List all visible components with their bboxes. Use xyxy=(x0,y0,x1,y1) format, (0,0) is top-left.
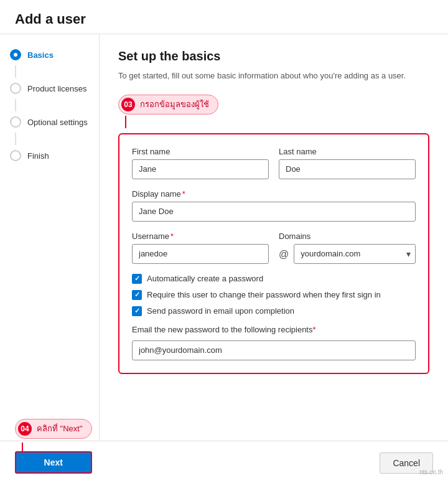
step-circle-optional-settings xyxy=(10,116,21,128)
name-row: First name Last name xyxy=(132,147,416,179)
at-symbol: @ xyxy=(279,249,289,264)
email-recipients-group: Email the new password to the following … xyxy=(132,325,416,360)
sidebar-label-basics: Basics xyxy=(27,50,54,60)
sidebar-item-finish[interactable]: Finish xyxy=(10,150,89,161)
sidebar-label-product-licenses: Product licenses xyxy=(27,84,86,93)
checkbox-change-password-label: Require this user to change their passwo… xyxy=(147,290,381,299)
annotation-03-wrapper: 03 กรอกข้อมูลของผู้ใช้ xyxy=(118,95,429,128)
display-name-label: Display name* xyxy=(132,189,416,199)
step-circle-product-licenses xyxy=(10,83,21,94)
next-button[interactable]: Next xyxy=(15,451,92,474)
annotation-04-number: 04 xyxy=(18,422,32,436)
page-title: Add a user xyxy=(15,11,433,27)
first-name-group: First name xyxy=(132,147,269,179)
step-circle-basics xyxy=(10,49,21,60)
last-name-input[interactable] xyxy=(279,159,416,179)
domain-row: @ yourdomain.com ▾ xyxy=(279,244,416,264)
annotation-04-arrow xyxy=(22,443,23,451)
email-recipients-input[interactable] xyxy=(132,340,416,360)
domains-label: Domains xyxy=(279,232,416,241)
email-recipients-label: Email the new password to the following … xyxy=(132,325,416,334)
username-group: Username* xyxy=(132,232,269,264)
annotation-03-number: 03 xyxy=(121,98,135,111)
annotation-03-bubble: 03 กรอกข้อมูลของผู้ใช้ xyxy=(118,95,218,115)
display-name-input[interactable] xyxy=(132,202,416,222)
annotation-04-text: คลิกที่ "Next" xyxy=(37,422,83,435)
step-connector-2 xyxy=(15,99,16,111)
page-footer: 04 คลิกที่ "Next" Next Cancel xyxy=(0,441,448,478)
display-name-required: * xyxy=(182,189,185,199)
last-name-group: Last name xyxy=(279,147,416,179)
username-label: Username* xyxy=(132,232,269,241)
annotation-03-line xyxy=(125,116,126,128)
display-name-row: Display name* xyxy=(132,189,416,222)
checkbox-change-password-box[interactable] xyxy=(132,290,142,300)
annotation-04-bubble: 04 คลิกที่ "Next" xyxy=(15,419,92,439)
content-area: Set up the basics To get started, fill o… xyxy=(100,34,448,475)
annotation-03-text: กรอกข้อมูลของผู้ใช้ xyxy=(140,98,209,111)
checkbox-send-password-box[interactable] xyxy=(132,306,142,316)
username-required: * xyxy=(170,232,174,241)
step-connector-3 xyxy=(15,133,16,145)
checkbox-change-password[interactable]: Require this user to change their passwo… xyxy=(132,290,416,300)
sidebar-item-product-licenses[interactable]: Product licenses xyxy=(10,83,89,94)
domains-group: Domains @ yourdomain.com ▾ xyxy=(279,232,416,264)
page-header: Add a user xyxy=(0,0,448,34)
step-connector-1 xyxy=(15,65,16,78)
form-card: First name Last name Display name* xyxy=(118,133,429,374)
first-name-label: First name xyxy=(132,147,269,156)
display-name-group: Display name* xyxy=(132,189,416,222)
checkbox-auto-password-label: Automatically create a password xyxy=(147,274,263,283)
checkbox-auto-password[interactable]: Automatically create a password xyxy=(132,274,416,284)
sidebar-item-basics[interactable]: Basics xyxy=(10,49,89,60)
domain-select[interactable]: yourdomain.com xyxy=(294,244,416,264)
section-heading: Set up the basics xyxy=(118,49,429,63)
last-name-label: Last name xyxy=(279,147,416,156)
domain-select-wrapper: yourdomain.com ▾ xyxy=(294,244,416,264)
sidebar-label-optional-settings: Optional settings xyxy=(27,118,88,127)
checkbox-send-password-label: Send password in email upon completion xyxy=(147,306,294,316)
username-domain-row: Username* Domains @ yourdomain.com ▾ xyxy=(132,232,416,264)
first-name-input[interactable] xyxy=(132,159,269,179)
watermark: nts.co.th xyxy=(419,469,443,476)
footer-left: 04 คลิกที่ "Next" Next xyxy=(15,419,92,479)
sidebar: Basics Product licenses Optional setting… xyxy=(0,34,100,475)
sidebar-label-finish: Finish xyxy=(27,151,49,161)
username-input[interactable] xyxy=(132,244,269,264)
main-layout: Basics Product licenses Optional setting… xyxy=(0,34,448,475)
step-circle-finish xyxy=(10,150,21,161)
checkbox-group: Automatically create a password Require … xyxy=(132,274,416,316)
email-recipients-required: * xyxy=(312,325,315,334)
footer-layout: 04 คลิกที่ "Next" Next Cancel xyxy=(15,441,433,479)
checkbox-auto-password-box[interactable] xyxy=(132,274,142,284)
checkbox-send-password[interactable]: Send password in email upon completion xyxy=(132,306,416,316)
sidebar-item-optional-settings[interactable]: Optional settings xyxy=(10,116,89,128)
section-description: To get started, fill out some basic info… xyxy=(118,70,429,82)
